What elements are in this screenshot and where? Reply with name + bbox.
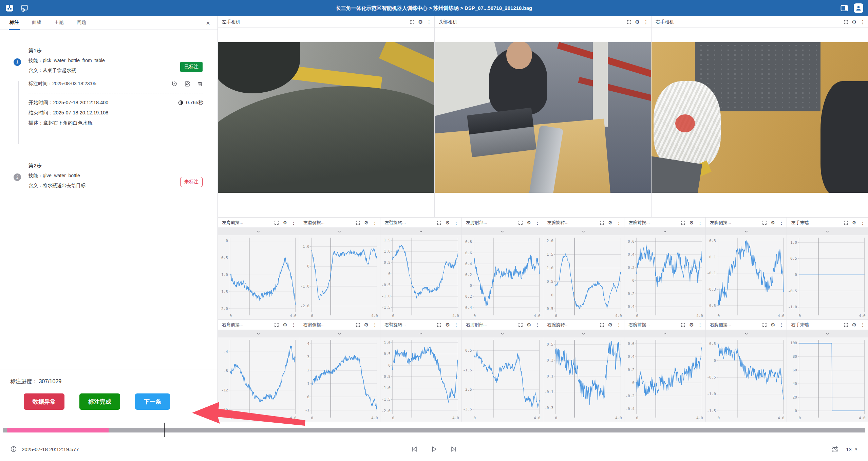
plot-canvas[interactable]: 1.00-1.0-2.004.0 xyxy=(299,235,380,319)
tab-topics[interactable]: 主题 xyxy=(54,16,64,30)
plot-collapse-toggle[interactable] xyxy=(787,330,868,337)
more-options-icon[interactable]: ⋮ xyxy=(698,220,703,225)
plot-collapse-toggle[interactable] xyxy=(299,228,380,235)
settings-gear-icon[interactable]: ⚙ xyxy=(527,220,531,225)
fullscreen-icon[interactable] xyxy=(762,322,767,327)
fullscreen-icon[interactable] xyxy=(681,220,685,225)
fullscreen-icon[interactable] xyxy=(356,322,360,327)
settings-gear-icon[interactable]: ⚙ xyxy=(364,322,369,327)
tab-annotation[interactable]: 标注 xyxy=(9,16,20,30)
fullscreen-icon[interactable] xyxy=(356,220,360,225)
settings-gear-icon[interactable]: ⚙ xyxy=(852,322,856,327)
fullscreen-icon[interactable] xyxy=(274,220,279,225)
settings-gear-icon[interactable]: ⚙ xyxy=(608,322,612,327)
more-options-icon[interactable]: ⋮ xyxy=(372,220,377,225)
settings-gear-icon[interactable]: ⚙ xyxy=(418,19,423,24)
timeline-track[interactable] xyxy=(3,428,865,432)
more-options-icon[interactable]: ⋮ xyxy=(616,220,621,225)
plot-canvas[interactable]: -0.5-1.5-2.5-3.504.0 xyxy=(462,337,543,422)
plot-canvas[interactable]: 0.80.60.40.20-0.2-0.404.0 xyxy=(462,235,543,319)
more-options-icon[interactable]: ⋮ xyxy=(860,19,865,24)
annotation-complete-button[interactable]: 标注完成 xyxy=(79,393,120,410)
plot-canvas[interactable]: 0.60.40.20-0.2-0.404.0 xyxy=(624,235,705,319)
more-options-icon[interactable]: ⋮ xyxy=(779,220,784,225)
more-options-icon[interactable]: ⋮ xyxy=(779,322,784,327)
plot-collapse-toggle[interactable] xyxy=(462,330,543,337)
more-options-icon[interactable]: ⋮ xyxy=(860,322,865,327)
more-options-icon[interactable]: ⋮ xyxy=(291,220,296,225)
plot-collapse-toggle[interactable] xyxy=(706,228,787,235)
fullscreen-icon[interactable] xyxy=(437,322,441,327)
plot-collapse-toggle[interactable] xyxy=(706,330,787,337)
next-item-button[interactable]: 下一条 xyxy=(135,393,170,410)
plot-canvas[interactable]: 1.00.50-0.5-1.0-1.5-2.004.0 xyxy=(380,337,461,422)
layout-toggle-icon[interactable] xyxy=(839,3,849,13)
add-panel-icon[interactable] xyxy=(20,3,29,13)
settings-gear-icon[interactable]: ⚙ xyxy=(689,322,694,327)
plot-canvas[interactable]: 0-0.5-1.0-1.5-2.004.0 xyxy=(218,235,299,319)
delete-annotation-icon[interactable] xyxy=(197,81,203,87)
plot-collapse-toggle[interactable] xyxy=(624,228,705,235)
seek-end-icon[interactable] xyxy=(450,445,457,453)
plot-canvas[interactable]: 0.60.40.20-0.2-0.404.0 xyxy=(624,337,705,422)
settings-gear-icon[interactable]: ⚙ xyxy=(445,220,450,225)
fullscreen-icon[interactable] xyxy=(844,20,848,24)
playback-speed-control[interactable]: 1× ▼ xyxy=(846,446,858,452)
settings-gear-icon[interactable]: ⚙ xyxy=(689,220,694,225)
plot-collapse-toggle[interactable] xyxy=(462,228,543,235)
fullscreen-icon[interactable] xyxy=(437,220,441,225)
fullscreen-icon[interactable] xyxy=(844,220,848,225)
more-options-icon[interactable]: ⋮ xyxy=(535,322,540,327)
plot-collapse-toggle[interactable] xyxy=(380,228,461,235)
more-options-icon[interactable]: ⋮ xyxy=(427,19,432,24)
app-logo-icon[interactable] xyxy=(5,3,14,13)
close-icon[interactable]: × xyxy=(206,20,210,26)
tab-panel[interactable]: 面板 xyxy=(31,16,42,30)
more-options-icon[interactable]: ⋮ xyxy=(616,322,621,327)
plot-collapse-toggle[interactable] xyxy=(787,228,868,235)
more-options-icon[interactable]: ⋮ xyxy=(535,220,540,225)
edit-annotation-icon[interactable] xyxy=(184,81,190,87)
more-options-icon[interactable]: ⋮ xyxy=(643,19,648,24)
settings-gear-icon[interactable]: ⚙ xyxy=(852,220,856,225)
plot-canvas[interactable]: 1.51.00.50-0.5-1.0-1.504.0 xyxy=(380,235,461,319)
plot-collapse-toggle[interactable] xyxy=(218,330,299,337)
plot-collapse-toggle[interactable] xyxy=(380,330,461,337)
plot-canvas[interactable]: 0.50.30.1-0.1-0.304.0 xyxy=(543,337,624,422)
more-options-icon[interactable]: ⋮ xyxy=(372,322,377,327)
fullscreen-icon[interactable] xyxy=(681,322,685,327)
more-options-icon[interactable]: ⋮ xyxy=(698,322,703,327)
more-options-icon[interactable]: ⋮ xyxy=(291,322,296,327)
more-options-icon[interactable]: ⋮ xyxy=(454,322,459,327)
fullscreen-icon[interactable] xyxy=(762,220,767,225)
tab-issues[interactable]: 问题 xyxy=(76,16,87,30)
settings-gear-icon[interactable]: ⚙ xyxy=(771,322,775,327)
more-options-icon[interactable]: ⋮ xyxy=(860,220,865,225)
info-icon[interactable] xyxy=(10,446,17,453)
more-options-icon[interactable]: ⋮ xyxy=(454,220,459,225)
plot-canvas[interactable]: 1.00.50-0.5-1.004.0 xyxy=(787,235,868,319)
fullscreen-icon[interactable] xyxy=(600,220,604,225)
seek-start-icon[interactable] xyxy=(411,445,418,453)
plot-collapse-toggle[interactable] xyxy=(543,330,624,337)
plot-collapse-toggle[interactable] xyxy=(543,228,624,235)
plot-canvas[interactable]: 10080604020004.0 xyxy=(787,337,868,422)
settings-gear-icon[interactable]: ⚙ xyxy=(771,220,775,225)
fullscreen-icon[interactable] xyxy=(274,322,279,327)
fullscreen-icon[interactable] xyxy=(410,20,415,24)
settings-gear-icon[interactable]: ⚙ xyxy=(635,19,640,24)
fullscreen-icon[interactable] xyxy=(600,322,604,327)
plot-canvas[interactable]: 2.01.51.00.50-0.504.0 xyxy=(543,235,624,319)
settings-gear-icon[interactable]: ⚙ xyxy=(283,322,287,327)
user-avatar[interactable] xyxy=(854,3,863,13)
replay-segment-icon[interactable] xyxy=(171,81,177,87)
fullscreen-icon[interactable] xyxy=(518,322,523,327)
fullscreen-icon[interactable] xyxy=(627,20,631,24)
settings-gear-icon[interactable]: ⚙ xyxy=(852,19,856,24)
settings-gear-icon[interactable]: ⚙ xyxy=(364,220,369,225)
settings-gear-icon[interactable]: ⚙ xyxy=(445,322,450,327)
plot-collapse-toggle[interactable] xyxy=(218,228,299,235)
settings-gear-icon[interactable]: ⚙ xyxy=(608,220,612,225)
fullscreen-icon[interactable] xyxy=(518,220,523,225)
plot-collapse-toggle[interactable] xyxy=(624,330,705,337)
